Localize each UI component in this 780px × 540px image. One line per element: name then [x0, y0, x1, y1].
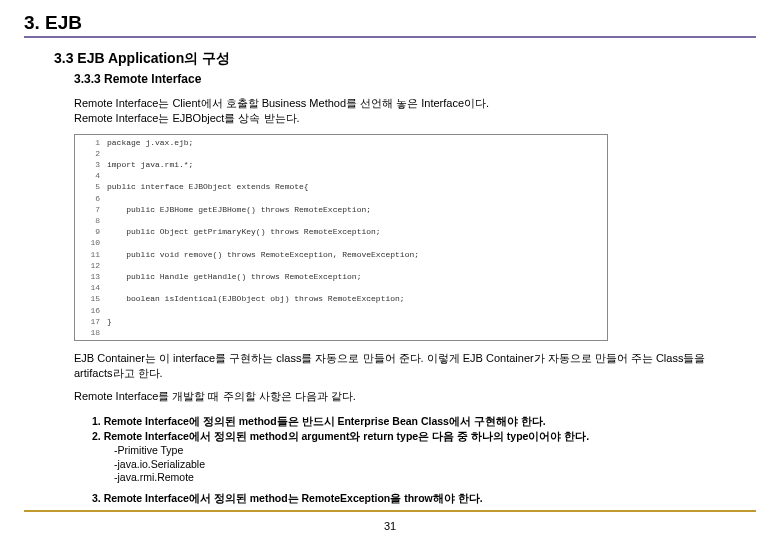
code-line-number: 13 — [81, 271, 106, 282]
footer-rule — [24, 510, 756, 512]
page-number: 31 — [0, 520, 780, 532]
intro-paragraph: Remote Interface는 Client에서 호출할 Business … — [74, 96, 736, 126]
note-2-sub-1: -Primitive Type — [92, 444, 756, 458]
code-line-number: 7 — [81, 204, 106, 215]
code-line-number: 18 — [81, 327, 106, 338]
code-line-number: 1 — [81, 137, 106, 148]
code-line: public void remove() throws RemoteExcept… — [106, 249, 420, 260]
code-listing: 1package j.vax.ejb;23import java.rmi.*;4… — [74, 134, 608, 341]
code-line-number: 10 — [81, 237, 106, 248]
code-line — [106, 193, 420, 204]
code-line: package j.vax.ejb; — [106, 137, 420, 148]
code-line — [106, 305, 420, 316]
code-line: public Object getPrimaryKey() throws Rem… — [106, 226, 420, 237]
note-2: 2. Remote Interface에서 정의된 method의 argume… — [92, 429, 756, 444]
after-code-p1: EJB Container는 이 interface를 구현하는 class를 … — [74, 351, 736, 381]
code-line — [106, 237, 420, 248]
code-line-number: 12 — [81, 260, 106, 271]
code-line — [106, 282, 420, 293]
code-line-number: 6 — [81, 193, 106, 204]
code-line-number: 11 — [81, 249, 106, 260]
code-line-number: 16 — [81, 305, 106, 316]
subsection-title: 3.3 EJB Application의 구성 — [54, 50, 756, 68]
code-line — [106, 170, 420, 181]
code-line-number: 9 — [81, 226, 106, 237]
code-line-number: 17 — [81, 316, 106, 327]
note-2-sub-3: -java.rmi.Remote — [92, 471, 756, 485]
note-2-sub-2: -java.io.Serializable — [92, 458, 756, 472]
code-line-number: 3 — [81, 159, 106, 170]
intro-line-2: Remote Interface는 EJBObject를 상속 받는다. — [74, 112, 300, 124]
code-line — [106, 260, 420, 271]
note-1: 1. Remote Interface에 정의된 method들은 반드시 En… — [92, 414, 756, 429]
code-line — [106, 148, 420, 159]
intro-line-1: Remote Interface는 Client에서 호출할 Business … — [74, 97, 489, 109]
note-3: 3. Remote Interface에서 정의된 method는 Remote… — [92, 491, 756, 506]
code-line: import java.rmi.*; — [106, 159, 420, 170]
title-underline — [24, 36, 756, 38]
code-line: public interface EJBObject extends Remot… — [106, 181, 420, 192]
code-line — [106, 215, 420, 226]
subsubsection-title: 3.3.3 Remote Interface — [54, 72, 756, 86]
code-line-number: 15 — [81, 293, 106, 304]
code-line-number: 4 — [81, 170, 106, 181]
code-line-number: 14 — [81, 282, 106, 293]
code-line: boolean isIdentical(EJBObject obj) throw… — [106, 293, 420, 304]
section-title: 3. EJB — [24, 12, 756, 34]
code-line — [106, 327, 420, 338]
code-line: public EJBHome getEJBHome() throws Remot… — [106, 204, 420, 215]
notes-list: 1. Remote Interface에 정의된 method들은 반드시 En… — [24, 414, 756, 507]
after-code-p2: Remote Interface를 개발할 때 주의할 사항은 다음과 같다. — [74, 389, 736, 404]
code-line-number: 8 — [81, 215, 106, 226]
code-line-number: 5 — [81, 181, 106, 192]
code-line-number: 2 — [81, 148, 106, 159]
code-line: } — [106, 316, 420, 327]
code-line: public Handle getHandle() throws RemoteE… — [106, 271, 420, 282]
